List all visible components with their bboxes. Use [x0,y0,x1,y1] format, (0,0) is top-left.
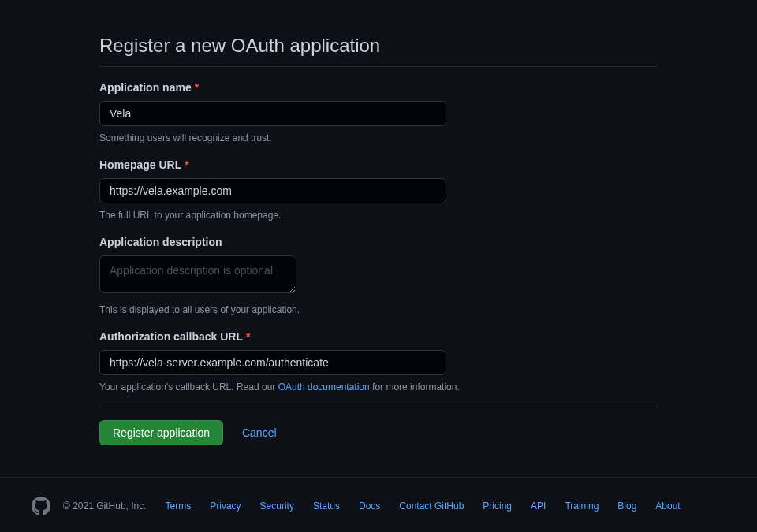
footer-link-status[interactable]: Status [313,499,340,513]
homepage-url-hint: The full URL to your application homepag… [99,208,658,222]
register-button[interactable]: Register application [99,420,223,445]
callback-hint-suffix: for more information. [370,381,460,392]
required-asterisk: * [195,81,199,94]
homepage-url-label-text: Homepage URL [99,158,181,171]
footer-link-security[interactable]: Security [260,499,294,513]
callback-url-hint: Your application's callback URL. Read ou… [99,380,658,394]
description-hint: This is displayed to all users of your a… [99,303,658,317]
github-logo-icon [32,497,50,515]
footer-link-docs[interactable]: Docs [359,499,380,513]
description-group: Application description This is displaye… [99,234,658,317]
description-label: Application description [99,234,658,251]
footer-copyright: © 2021 GitHub, Inc. [63,499,147,513]
app-name-label: Application name* [99,80,658,96]
footer-link-about[interactable]: About [655,499,680,513]
homepage-url-group: Homepage URL* The full URL to your appli… [99,157,658,222]
required-asterisk: * [185,158,188,171]
cancel-link[interactable]: Cancel [242,425,277,441]
description-textarea[interactable] [99,255,296,293]
form-actions: Register application Cancel [99,407,658,445]
footer: © 2021 GitHub, Inc. Terms Privacy Securi… [16,478,741,532]
footer-link-contact[interactable]: Contact GitHub [399,499,464,513]
oauth-docs-link[interactable]: OAuth documentation [278,381,370,392]
callback-hint-prefix: Your application's callback URL. Read ou… [99,381,278,392]
app-name-label-text: Application name [99,81,192,94]
footer-link-blog[interactable]: Blog [617,499,636,513]
footer-link-privacy[interactable]: Privacy [210,499,241,513]
footer-link-api[interactable]: API [531,499,546,513]
footer-link-training[interactable]: Training [565,499,599,513]
callback-url-input[interactable] [99,350,446,375]
callback-url-group: Authorization callback URL* Your applica… [99,329,658,394]
footer-links: Terms Privacy Security Status Docs Conta… [166,499,681,513]
footer-link-terms[interactable]: Terms [166,499,192,513]
page-title: Register a new OAuth application [99,32,658,67]
homepage-url-input[interactable] [99,178,446,203]
homepage-url-label: Homepage URL* [99,157,658,173]
app-name-hint: Something users will recognize and trust… [99,131,658,145]
required-asterisk: * [246,330,250,343]
callback-url-label-text: Authorization callback URL [99,330,243,343]
app-name-group: Application name* Something users will r… [99,80,658,145]
app-name-input[interactable] [99,101,446,126]
callback-url-label: Authorization callback URL* [99,329,658,345]
footer-link-pricing[interactable]: Pricing [483,499,512,513]
